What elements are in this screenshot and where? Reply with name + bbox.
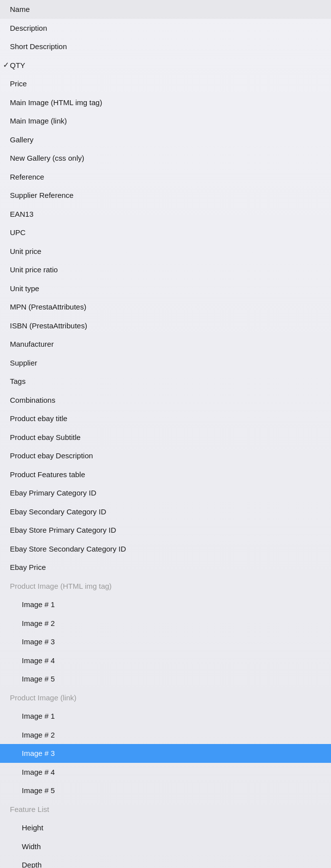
item-label: Unit price bbox=[10, 247, 41, 256]
item-label: EAN13 bbox=[10, 209, 34, 219]
list-item-price[interactable]: Price bbox=[0, 74, 331, 93]
list-item-ebay-primary-category-id[interactable]: Ebay Primary Category ID bbox=[0, 484, 331, 502]
item-label: QTY bbox=[10, 61, 25, 70]
item-label: Combinations bbox=[10, 395, 55, 405]
list-item-supplier-reference[interactable]: Supplier Reference bbox=[0, 186, 331, 205]
item-label: New Gallery (css only) bbox=[10, 153, 84, 163]
item-label: Manufacturer bbox=[10, 339, 54, 349]
list-item-product-image-link-group: Product Image (link) bbox=[0, 688, 331, 707]
check-icon: ✓ bbox=[3, 61, 9, 69]
list-item-ebay-store-primary-category-id[interactable]: Ebay Store Primary Category ID bbox=[0, 521, 331, 540]
item-label: Image # 3 bbox=[22, 748, 55, 758]
list-item-isbn[interactable]: ISBN (PrestaAttributes) bbox=[0, 316, 331, 335]
list-item-reference[interactable]: Reference bbox=[0, 168, 331, 186]
list-item-product-image-link-4[interactable]: Image # 4 bbox=[0, 763, 331, 782]
item-label: MPN (PrestaAttributes) bbox=[10, 302, 86, 312]
list-item-ebay-price[interactable]: Ebay Price bbox=[0, 558, 331, 577]
list-item-unit-price-ratio[interactable]: Unit price ratio bbox=[0, 260, 331, 279]
list-item-combinations[interactable]: Combinations bbox=[0, 391, 331, 410]
item-label: Image # 1 bbox=[22, 711, 55, 721]
item-label: Product ebay title bbox=[10, 414, 67, 424]
item-label: Main Image (HTML img tag) bbox=[10, 98, 102, 108]
list-item-short-description[interactable]: Short Description bbox=[0, 37, 331, 56]
item-label: Supplier bbox=[10, 358, 37, 368]
list-item-product-image-link-3[interactable]: Image # 3 bbox=[0, 744, 331, 763]
list-item-product-ebay-subtitle[interactable]: Product ebay Subtitle bbox=[0, 428, 331, 447]
list-item-feature-height[interactable]: Height bbox=[0, 818, 331, 837]
list-item-product-image-html-5[interactable]: Image # 5 bbox=[0, 670, 331, 688]
list-item-feature-width[interactable]: Width bbox=[0, 837, 331, 856]
list-item-product-image-html-2[interactable]: Image # 2 bbox=[0, 614, 331, 633]
item-label: Main Image (link) bbox=[10, 116, 67, 126]
list-item-mpn[interactable]: MPN (PrestaAttributes) bbox=[0, 298, 331, 316]
list-item-supplier[interactable]: Supplier bbox=[0, 354, 331, 372]
column-selector-list: NameDescriptionShort Description✓QTYPric… bbox=[0, 0, 331, 868]
item-label: UPC bbox=[10, 228, 26, 238]
item-label: Height bbox=[22, 823, 43, 833]
list-item-upc[interactable]: UPC bbox=[0, 223, 331, 242]
item-label: Product Features table bbox=[10, 470, 85, 480]
list-item-product-features-table[interactable]: Product Features table bbox=[0, 465, 331, 484]
list-item-product-image-html-3[interactable]: Image # 3 bbox=[0, 632, 331, 651]
item-label: Supplier Reference bbox=[10, 190, 73, 200]
item-label: Product Image (link) bbox=[10, 693, 76, 703]
item-label: Ebay Store Secondary Category ID bbox=[10, 544, 126, 554]
item-label: Product ebay Description bbox=[10, 451, 93, 461]
list-item-product-ebay-description[interactable]: Product ebay Description bbox=[0, 446, 331, 465]
item-label: Ebay Primary Category ID bbox=[10, 488, 96, 498]
item-label: ISBN (PrestaAttributes) bbox=[10, 321, 87, 331]
list-item-product-image-link-5[interactable]: Image # 5 bbox=[0, 781, 331, 800]
list-item-main-image-link[interactable]: Main Image (link) bbox=[0, 112, 331, 130]
item-label: Feature List bbox=[10, 805, 49, 814]
list-item-main-image-html[interactable]: Main Image (HTML img tag) bbox=[0, 93, 331, 112]
list-item-name[interactable]: Name bbox=[0, 0, 331, 19]
list-item-product-ebay-title[interactable]: Product ebay title bbox=[0, 409, 331, 428]
item-label: Image # 4 bbox=[22, 767, 55, 777]
item-label: Unit type bbox=[10, 284, 39, 294]
item-label: Product Image (HTML img tag) bbox=[10, 581, 111, 591]
list-item-product-image-html-4[interactable]: Image # 4 bbox=[0, 651, 331, 670]
item-label: Image # 5 bbox=[22, 674, 55, 684]
list-item-gallery[interactable]: Gallery bbox=[0, 130, 331, 149]
item-label: Description bbox=[10, 23, 47, 33]
list-item-product-image-html-group: Product Image (HTML img tag) bbox=[0, 577, 331, 596]
item-label: Ebay Store Primary Category ID bbox=[10, 525, 116, 535]
list-item-ean13[interactable]: EAN13 bbox=[0, 205, 331, 224]
list-item-ebay-secondary-category-id[interactable]: Ebay Secondary Category ID bbox=[0, 502, 331, 521]
item-label: Image # 1 bbox=[22, 600, 55, 610]
item-label: Name bbox=[10, 4, 30, 14]
list-item-description[interactable]: Description bbox=[0, 19, 331, 38]
item-label: Image # 2 bbox=[22, 730, 55, 740]
list-item-product-image-link-1[interactable]: Image # 1 bbox=[0, 707, 331, 726]
list-item-product-image-link-2[interactable]: Image # 2 bbox=[0, 726, 331, 744]
item-label: Price bbox=[10, 79, 27, 89]
item-label: Width bbox=[22, 842, 41, 852]
list-item-feature-depth[interactable]: Depth bbox=[0, 856, 331, 868]
item-label: Tags bbox=[10, 376, 26, 386]
item-label: Image # 4 bbox=[22, 656, 55, 666]
list-item-manufacturer[interactable]: Manufacturer bbox=[0, 335, 331, 354]
list-item-tags[interactable]: Tags bbox=[0, 372, 331, 391]
item-label: Depth bbox=[22, 860, 42, 868]
list-item-product-image-html-1[interactable]: Image # 1 bbox=[0, 595, 331, 614]
item-label: Image # 3 bbox=[22, 637, 55, 647]
item-label: Image # 5 bbox=[22, 786, 55, 796]
item-label: Short Description bbox=[10, 42, 67, 52]
item-label: Gallery bbox=[10, 135, 34, 145]
list-item-unit-price[interactable]: Unit price bbox=[0, 242, 331, 261]
list-item-feature-list-group: Feature List bbox=[0, 800, 331, 819]
item-label: Ebay Price bbox=[10, 562, 46, 572]
list-item-unit-type[interactable]: Unit type bbox=[0, 279, 331, 298]
list-item-qty[interactable]: ✓QTY bbox=[0, 56, 331, 75]
item-label: Image # 2 bbox=[22, 619, 55, 628]
list-item-new-gallery[interactable]: New Gallery (css only) bbox=[0, 149, 331, 168]
item-label: Unit price ratio bbox=[10, 265, 58, 275]
item-label: Product ebay Subtitle bbox=[10, 433, 81, 442]
item-label: Ebay Secondary Category ID bbox=[10, 507, 106, 517]
item-label: Reference bbox=[10, 172, 44, 182]
list-item-ebay-store-secondary-category-id[interactable]: Ebay Store Secondary Category ID bbox=[0, 540, 331, 558]
